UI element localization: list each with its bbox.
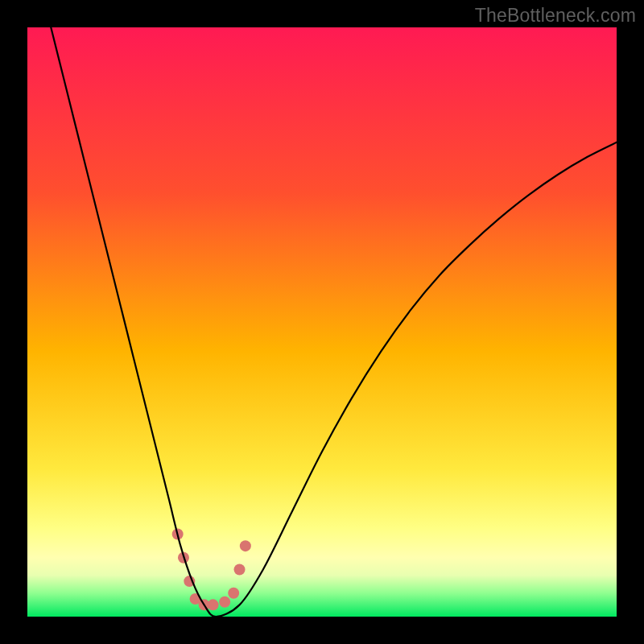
bottleneck-curve: [51, 27, 617, 617]
highlight-points: [172, 529, 251, 611]
watermark-text: TheBottleneck.com: [475, 5, 636, 27]
chart-frame: TheBottleneck.com: [0, 0, 644, 644]
curve-layer: [27, 27, 617, 617]
plot-area: [27, 27, 617, 617]
highlight-point: [228, 588, 239, 599]
highlight-point: [208, 599, 219, 610]
highlight-point: [234, 564, 246, 575]
highlight-point: [219, 597, 230, 608]
highlight-point: [240, 540, 251, 551]
